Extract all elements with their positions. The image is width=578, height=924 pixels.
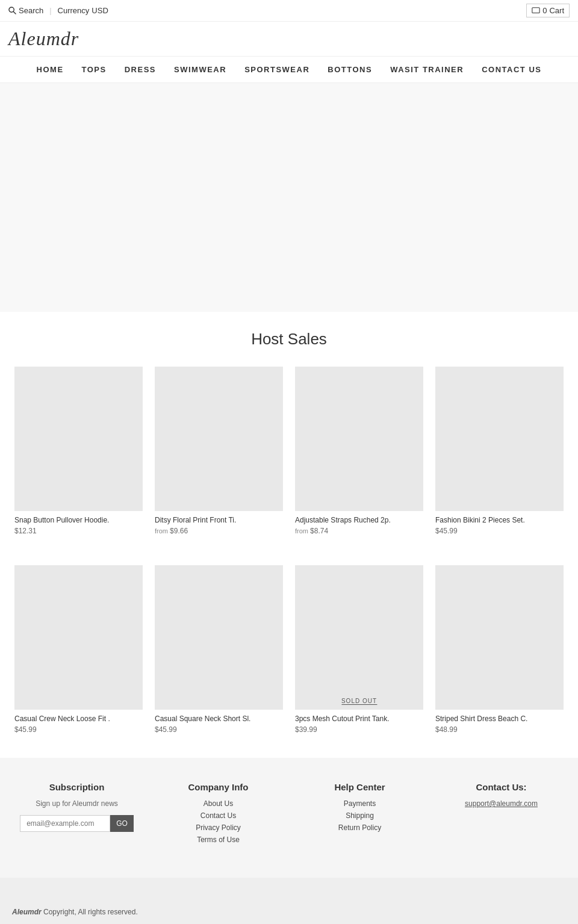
price-value: $45.99: [14, 725, 37, 734]
nav-item-dress[interactable]: DRESS: [125, 65, 156, 74]
cart-count: 0: [542, 6, 547, 15]
contact-title: Contact Us:: [437, 782, 566, 792]
price-value: $45.99: [155, 725, 177, 734]
svg-rect-2: [532, 7, 539, 13]
footer-copyright: Copyright, All rights reserved.: [43, 908, 138, 916]
product-card[interactable]: Ditsy Floral Print Front Ti. from $9.66: [149, 361, 289, 541]
company-link-privacy[interactable]: Privacy Policy: [154, 823, 283, 832]
nav-item-sportswear[interactable]: SPORTSWEAR: [244, 65, 309, 74]
product-image: [295, 367, 423, 511]
logo[interactable]: Aleumdr: [8, 28, 79, 50]
product-name: Casual Square Neck Short Sl.: [155, 715, 283, 723]
email-submit-button[interactable]: GO: [110, 815, 134, 832]
product-card[interactable]: Fashion Bikini 2 Pieces Set. $45.99: [429, 361, 570, 541]
nav-item-wasit-trainer[interactable]: WASIT TRAINER: [390, 65, 464, 74]
product-price: $48.99: [435, 725, 564, 734]
svg-line-1: [13, 11, 16, 14]
footer-grid: Subscription Sign up for Aleumdr news GO…: [12, 782, 566, 866]
email-form: GO: [12, 815, 141, 832]
product-name: Casual Crew Neck Loose Fit .: [14, 715, 143, 723]
product-image: [435, 565, 564, 710]
search-label: Search: [19, 6, 43, 15]
product-name: Snap Button Pullover Hoodie.: [14, 516, 143, 524]
company-link-terms[interactable]: Terms of Use: [154, 836, 283, 844]
nav-item-contact-us[interactable]: CONTACT US: [482, 65, 541, 74]
price-value: $8.74: [310, 527, 328, 535]
product-price: $45.99: [155, 725, 283, 734]
product-image: [155, 565, 283, 710]
top-bar: Search | Currency USD 0 Cart: [0, 0, 578, 22]
price-value: $9.66: [170, 527, 188, 535]
product-image: [155, 367, 283, 511]
product-card[interactable]: Casual Square Neck Short Sl. $45.99: [149, 559, 289, 740]
footer-brand: Aleumdr: [12, 908, 42, 916]
sold-out-badge: SOLD OUT: [341, 698, 377, 705]
nav-item-tops[interactable]: TOPS: [82, 65, 107, 74]
from-label: from: [155, 527, 170, 535]
products-grid-row1: Snap Button Pullover Hoodie. $12.31 Dits…: [0, 355, 578, 559]
product-name: Ditsy Floral Print Front Ti.: [155, 516, 283, 524]
divider: |: [49, 6, 51, 15]
top-bar-left: Search | Currency USD: [8, 6, 108, 15]
company-link-contact[interactable]: Contact Us: [154, 811, 283, 820]
footer-company-info: Company Info About Us Contact Us Privacy…: [154, 782, 283, 848]
product-card[interactable]: SOLD OUT 3pcs Mesh Cutout Print Tank. $3…: [289, 559, 429, 740]
help-link-payments[interactable]: Payments: [295, 799, 424, 808]
company-link-about[interactable]: About Us: [154, 799, 283, 808]
product-price: from $8.74: [295, 527, 423, 535]
product-name: 3pcs Mesh Cutout Print Tank.: [295, 715, 423, 723]
product-image: SOLD OUT: [295, 565, 423, 710]
product-price: $45.99: [14, 725, 143, 734]
products-grid-row2: Casual Crew Neck Loose Fit . $45.99 Casu…: [0, 559, 578, 758]
product-price: $12.31: [14, 527, 143, 535]
product-price: $39.99: [295, 725, 423, 734]
main-nav: HOME TOPS DRESS SWIMWEAR SPORTSWEAR BOTT…: [0, 56, 578, 83]
product-price: $45.99: [435, 527, 564, 535]
product-card[interactable]: Adjustable Straps Ruched 2p. from $8.74: [289, 361, 429, 541]
currency-label: Currency: [58, 6, 90, 15]
footer-help-center: Help Center Payments Shipping Return Pol…: [295, 782, 424, 848]
price-value: $45.99: [435, 527, 458, 535]
cart-label: Cart: [549, 6, 564, 15]
product-card[interactable]: Striped Shirt Dress Beach C. $48.99: [429, 559, 570, 740]
footer-contact: Contact Us: support@aleumdr.com: [437, 782, 566, 848]
product-card[interactable]: Casual Crew Neck Loose Fit . $45.99: [8, 559, 149, 740]
help-link-return[interactable]: Return Policy: [295, 823, 424, 832]
footer-bottom: Aleumdr Copyright, All rights reserved.: [0, 878, 578, 924]
nav-item-bottons[interactable]: BOTTONS: [328, 65, 372, 74]
logo-container: Aleumdr: [0, 22, 578, 56]
product-image: [435, 367, 564, 511]
price-value: $39.99: [295, 725, 317, 734]
currency-value: USD: [92, 6, 108, 15]
footer: Subscription Sign up for Aleumdr news GO…: [0, 758, 578, 878]
product-name: Fashion Bikini 2 Pieces Set.: [435, 516, 564, 524]
subscription-subtitle: Sign up for Aleumdr news: [12, 799, 141, 808]
product-card[interactable]: Snap Button Pullover Hoodie. $12.31: [8, 361, 149, 541]
hero-banner: [0, 83, 578, 312]
email-input[interactable]: [20, 815, 110, 832]
help-link-shipping[interactable]: Shipping: [295, 811, 424, 820]
product-image: [14, 565, 143, 710]
price-value: $48.99: [435, 725, 458, 734]
cart-icon: [532, 7, 540, 15]
footer-subscription: Subscription Sign up for Aleumdr news GO: [12, 782, 141, 848]
currency-selector[interactable]: Currency USD: [58, 6, 108, 15]
subscription-title: Subscription: [12, 782, 141, 792]
cart-button[interactable]: 0 Cart: [526, 4, 570, 17]
search-button[interactable]: Search: [8, 6, 43, 15]
from-label: from: [295, 527, 310, 535]
nav-item-swimwear[interactable]: SWIMWEAR: [174, 65, 226, 74]
nav-item-home[interactable]: HOME: [37, 65, 64, 74]
support-email[interactable]: support@aleumdr.com: [437, 799, 566, 808]
product-image: [14, 367, 143, 511]
help-center-title: Help Center: [295, 782, 424, 792]
company-info-title: Company Info: [154, 782, 283, 792]
product-price: from $9.66: [155, 527, 283, 535]
section-title: Host Sales: [0, 312, 578, 355]
price-value: $12.31: [14, 527, 37, 535]
search-icon: [8, 7, 16, 14]
product-name: Adjustable Straps Ruched 2p.: [295, 516, 423, 524]
product-name: Striped Shirt Dress Beach C.: [435, 715, 564, 723]
